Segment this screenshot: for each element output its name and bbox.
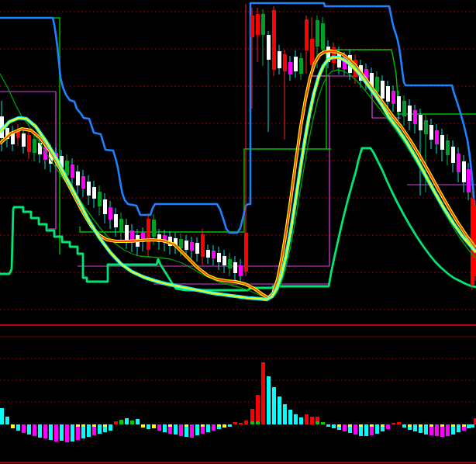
histogram-bar-down xyxy=(212,424,216,431)
candle-body xyxy=(261,14,265,35)
histogram-bar-down xyxy=(228,424,232,427)
candle-body xyxy=(267,35,271,60)
candle-body xyxy=(233,262,237,273)
candle-body xyxy=(435,130,439,144)
candle-body xyxy=(114,214,118,227)
histogram-bar-cap xyxy=(76,424,80,427)
candle-body xyxy=(190,242,194,251)
candle-body xyxy=(81,176,85,189)
candle-body xyxy=(474,206,476,276)
histogram-bar-down xyxy=(141,424,145,428)
histogram-bar-cap xyxy=(429,424,433,427)
candle-body xyxy=(103,199,107,214)
histogram-bar-down xyxy=(435,424,439,436)
candle-body xyxy=(87,182,91,196)
candle-body xyxy=(408,106,412,121)
candle-body xyxy=(179,239,183,248)
candle-body xyxy=(272,10,276,70)
histogram-bar-down xyxy=(76,427,80,440)
candle-body xyxy=(222,256,226,265)
candle-body xyxy=(424,120,428,134)
histogram-bar-up xyxy=(397,422,401,424)
histogram-bar-up xyxy=(272,387,276,424)
candle-body xyxy=(206,250,210,258)
histogram-bar-base xyxy=(250,421,254,424)
candle-body xyxy=(451,147,455,163)
candle-body xyxy=(446,140,450,155)
candle-body xyxy=(217,253,221,262)
histogram-bar-down xyxy=(65,424,69,442)
histogram-bar-down xyxy=(217,427,221,429)
histogram-bar-cap xyxy=(440,424,444,427)
histogram-bar-down xyxy=(174,424,178,435)
histogram-bar-down xyxy=(375,424,379,434)
histogram-bar-down xyxy=(424,424,428,435)
candle-body xyxy=(250,16,254,37)
candle-body xyxy=(391,91,395,104)
histogram-bar-cap xyxy=(337,424,341,427)
histogram-bar-down xyxy=(457,424,460,432)
histogram-bar-down xyxy=(43,424,47,438)
histogram-bar-down xyxy=(185,427,188,437)
candle-body xyxy=(321,23,325,50)
histogram-bar-down xyxy=(222,424,226,428)
histogram-bar-down xyxy=(462,427,466,431)
histogram-bar-up xyxy=(294,414,298,424)
histogram-bar-down xyxy=(413,424,417,431)
candle-body xyxy=(462,161,466,182)
chart-canvas[interactable] xyxy=(0,0,476,464)
histogram-bar-down xyxy=(440,427,444,437)
candle-body xyxy=(419,115,423,130)
histogram-bar-up xyxy=(310,417,314,424)
histogram-bar-up xyxy=(316,417,319,421)
histogram-bar-up xyxy=(5,417,9,424)
histogram-bar-down xyxy=(343,424,347,431)
candle-body xyxy=(195,243,199,254)
candle-body xyxy=(278,51,281,68)
histogram-bar-down xyxy=(359,427,363,436)
histogram-bar-down xyxy=(206,424,210,432)
candle-body xyxy=(228,259,232,268)
histogram-bar-up xyxy=(0,408,4,424)
histogram-bar-down xyxy=(402,424,406,428)
histogram-bar-cap xyxy=(201,424,205,427)
histogram-bar-down xyxy=(419,427,423,433)
histogram-bar-down xyxy=(370,427,374,435)
histogram-bar-down xyxy=(71,424,74,441)
candle-body xyxy=(71,164,74,178)
histogram-bar-down xyxy=(87,424,91,437)
histogram-bar-up xyxy=(305,414,309,424)
candle-body xyxy=(429,125,433,140)
candle-body xyxy=(98,192,102,206)
histogram-bar-down xyxy=(22,424,26,433)
histogram-bar-down xyxy=(152,424,156,428)
candle-body xyxy=(316,20,319,47)
histogram-bar-down xyxy=(195,424,199,435)
candle-body xyxy=(125,225,129,240)
histogram-bar-cap xyxy=(185,424,188,427)
histogram-bar-down xyxy=(381,427,385,431)
candle-body xyxy=(397,96,401,112)
candle-body xyxy=(119,219,123,232)
histogram-bar-down xyxy=(98,424,102,434)
histogram-bar-down xyxy=(332,424,336,428)
candle-body xyxy=(201,234,205,257)
candle-body xyxy=(305,19,309,50)
histogram-bar-down xyxy=(16,424,20,431)
histogram-bar-down xyxy=(157,424,161,431)
candle-body xyxy=(467,169,471,192)
histogram-bar-down xyxy=(11,424,15,428)
histogram-bar-up xyxy=(391,423,395,424)
histogram-bar-down xyxy=(81,427,85,438)
histogram-bar-up xyxy=(321,422,325,424)
histogram-bar-down xyxy=(337,427,341,430)
histogram-bar-cap xyxy=(359,424,363,427)
stock-chart-window xyxy=(0,0,476,464)
histogram-bar-cap xyxy=(408,424,412,427)
histogram-bar-up xyxy=(267,376,271,424)
candle-body xyxy=(244,233,248,272)
candle-body xyxy=(310,39,314,65)
histogram-bar-down xyxy=(179,424,183,436)
histogram-bar-down xyxy=(27,424,31,435)
histogram-bar-down xyxy=(326,424,330,427)
